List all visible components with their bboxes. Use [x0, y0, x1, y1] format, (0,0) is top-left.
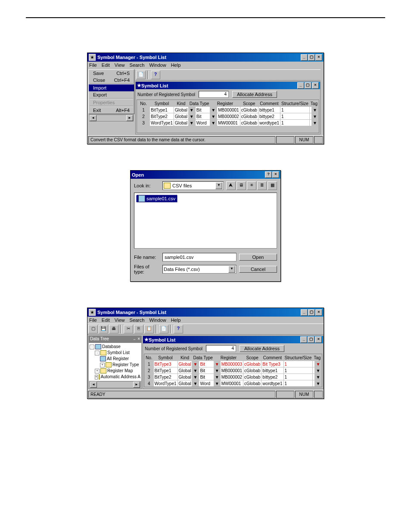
menu-search[interactable]: Search	[130, 317, 145, 323]
child-maximize-button[interactable]: ▢	[305, 82, 311, 89]
dialog-titlebar[interactable]: Open ? ×	[131, 171, 280, 179]
kind-dropdown-icon[interactable]: ▼	[188, 107, 195, 113]
expand-icon[interactable]: +	[95, 369, 100, 373]
child-minimize-button[interactable]: _	[297, 82, 304, 89]
menu-item-exit[interactable]: Exit Alt+F4	[89, 107, 134, 114]
table-row[interactable]: 3 BitType2 Global ▼ Bit ▼ MB000002 cGlob…	[145, 374, 322, 380]
toolbar-button[interactable]: 🖶	[109, 325, 118, 333]
table-row[interactable]: 1 BitType1 Global ▼ Bit ▼ MB000001 cGlob…	[137, 107, 319, 113]
scroll-left-icon[interactable]: ◄	[90, 115, 97, 121]
h-scrollbar[interactable]: ◄ ►	[89, 115, 134, 121]
up-folder-icon[interactable]: ⮝	[226, 181, 236, 190]
tree-h-scrollbar[interactable]: ◄ ►	[90, 381, 140, 388]
menu-item-close[interactable]: Close Ctrl+F4	[89, 77, 134, 84]
tag-dropdown-icon[interactable]: ▼	[311, 107, 318, 113]
menu-search[interactable]: Search	[130, 62, 145, 68]
col-scope[interactable]: Scope	[243, 355, 262, 361]
menu-item-save[interactable]: Save Ctrl+S	[89, 70, 134, 77]
detail-view-icon[interactable]: ▦	[268, 181, 277, 190]
lookin-combo[interactable]: CSV files ▼	[162, 181, 224, 190]
filetype-combo[interactable]: Data Files (*.csv) ▼	[162, 265, 237, 274]
collapse-icon[interactable]: -	[90, 345, 94, 349]
maximize-button[interactable]: ▢	[308, 54, 315, 61]
table-row[interactable]: 2 BitType1 Global ▼ Bit ▼ MB000001 cGlob…	[145, 367, 322, 374]
col-symbol[interactable]: Symbol	[150, 100, 174, 107]
col-datatype[interactable]: Data Type	[188, 100, 210, 107]
toolbar-button[interactable]: 📄	[159, 325, 168, 333]
collapse-icon[interactable]: -	[95, 351, 100, 355]
table-row[interactable]: 3 WordType1 Global ▼ Word ▼ MW00001 cGlo…	[137, 120, 319, 126]
menu-item-import[interactable]: Import	[89, 84, 134, 91]
tree-close-icon[interactable]: ×	[137, 336, 140, 342]
col-kind[interactable]: Kind	[177, 355, 192, 361]
cut-icon[interactable]: ✂	[124, 325, 133, 333]
col-no[interactable]: No.	[145, 355, 154, 361]
child-close-button[interactable]: ×	[312, 82, 319, 89]
col-kind[interactable]: Kind	[174, 100, 188, 107]
menu-help[interactable]: Help	[171, 317, 181, 323]
symbol-table[interactable]: No. Symbol Kind Data Type Register Scope…	[137, 100, 319, 133]
close-button[interactable]: ×	[315, 54, 322, 61]
dropdown-icon[interactable]: ▼	[215, 182, 222, 189]
menu-edit[interactable]: Edit	[102, 62, 110, 68]
table-row[interactable]: 4 WordType1 Global ▼ Word ▼ MW00001 cGlo…	[145, 380, 322, 387]
col-no[interactable]: No.	[137, 100, 150, 107]
child-titlebar[interactable]: ★ Symbol List _ ▢ ×	[143, 336, 323, 343]
file-listbox[interactable]: sample01.csv	[134, 193, 277, 249]
menu-window[interactable]: Window	[149, 317, 166, 323]
new-folder-icon[interactable]: ✳	[247, 181, 256, 190]
data-tree[interactable]: -Database -Symbol List All Register +Reg…	[89, 343, 141, 381]
menu-item-export[interactable]: Export	[89, 91, 134, 98]
symbol-table[interactable]: No. Symbol Kind Data Type Register Scope…	[144, 354, 322, 387]
help-icon[interactable]: ?	[174, 325, 183, 333]
table-row[interactable]: 2 BitType2 Global ▼ Bit ▼ MB000002 cGlob…	[137, 113, 319, 120]
close-button[interactable]: ×	[315, 309, 322, 316]
expand-icon[interactable]: +	[100, 363, 105, 367]
dtype-dropdown-icon[interactable]: ▼	[210, 107, 217, 113]
tree-pin-icon[interactable]: －	[132, 336, 137, 342]
file-item[interactable]: sample01.csv	[136, 195, 177, 202]
table-row[interactable]: 1 BitType3 Global ▼ Bit ▼ MB000003 cGlob…	[145, 361, 322, 367]
scroll-right-icon[interactable]: ►	[133, 382, 140, 388]
toolbar-button[interactable]: ▢	[88, 325, 98, 333]
scroll-left-icon[interactable]: ◄	[90, 382, 97, 388]
open-button[interactable]: Open	[239, 254, 277, 261]
allocate-address-button[interactable]: Allocate Address	[240, 345, 284, 352]
titlebar[interactable]: ★ Symbol Manager - Symbol List _ ▢ ×	[87, 308, 324, 317]
dropdown-icon[interactable]: ▼	[228, 266, 235, 273]
col-size[interactable]: Structure/Size	[283, 355, 313, 361]
maximize-button[interactable]: ▢	[308, 309, 315, 316]
help-button[interactable]: ?	[265, 171, 272, 178]
filename-input[interactable]: sample01.csv	[162, 253, 237, 261]
desktop-icon[interactable]: 🖥	[237, 181, 246, 190]
menu-edit[interactable]: Edit	[102, 317, 110, 323]
allocate-address-button[interactable]: Allocate Address	[232, 91, 277, 98]
col-scope[interactable]: Scope	[240, 100, 258, 107]
scroll-right-icon[interactable]: ►	[126, 115, 133, 121]
col-comment[interactable]: Comment	[258, 100, 280, 107]
minimize-button[interactable]: _	[301, 309, 308, 316]
child-close-button[interactable]: ×	[315, 336, 322, 343]
menu-view[interactable]: View	[115, 317, 125, 323]
menu-window[interactable]: Window	[149, 62, 166, 68]
col-comment[interactable]: Comment	[262, 355, 283, 361]
help-icon[interactable]: ?	[151, 71, 160, 79]
close-button[interactable]: ×	[272, 171, 279, 178]
menu-file[interactable]: File	[89, 317, 97, 323]
col-datatype[interactable]: Data Type	[192, 355, 214, 361]
toolbar-button[interactable]: 📄	[136, 71, 146, 79]
col-register[interactable]: Register	[210, 100, 240, 107]
list-view-icon[interactable]: ≣	[257, 181, 267, 190]
child-maximize-button[interactable]: ▢	[308, 336, 314, 343]
minimize-button[interactable]: _	[301, 54, 308, 61]
menu-view[interactable]: View	[115, 62, 125, 68]
col-symbol[interactable]: Symbol	[153, 355, 177, 361]
col-register[interactable]: Register	[214, 355, 243, 361]
col-tag[interactable]: Tag	[313, 355, 322, 361]
expand-icon[interactable]: +	[95, 375, 98, 380]
col-size[interactable]: Structure/Size	[280, 100, 310, 107]
child-titlebar[interactable]: ★ Symbol List _ ▢ ×	[136, 82, 320, 89]
child-minimize-button[interactable]: _	[300, 336, 307, 343]
col-tag[interactable]: Tag	[309, 100, 318, 107]
menu-help[interactable]: Help	[171, 62, 181, 68]
